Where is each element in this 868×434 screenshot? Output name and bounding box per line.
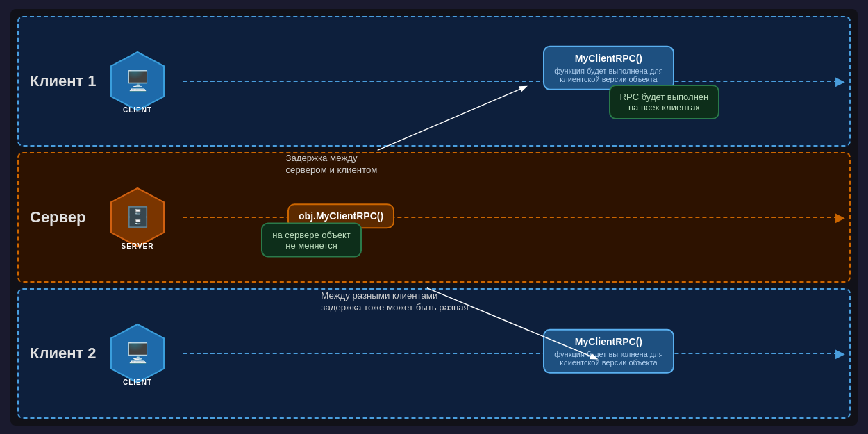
server-dashed-line bbox=[183, 217, 838, 218]
server-hex-label: SERVER bbox=[122, 242, 154, 250]
client2-dashed-line bbox=[183, 353, 838, 354]
server-hex-container: 🗄️ SERVER bbox=[106, 186, 169, 249]
client1-rpc-note: RPC будет выполненна всех клиентах bbox=[609, 85, 720, 119]
server-rpc-note: на сервере объектне меняется bbox=[261, 222, 361, 257]
client1-arrow-right: ▶ bbox=[835, 74, 845, 89]
client1-dashed-line bbox=[183, 81, 838, 82]
client1-rpc-box: MyClientRPC() функция будет выполнена дл… bbox=[543, 45, 674, 90]
client2-hex-icon: 🖥️ bbox=[126, 342, 150, 365]
client2-rpc-title: MyClientRPC() bbox=[554, 335, 662, 347]
client2-label: Клиент 2 bbox=[30, 344, 106, 362]
client1-hex: 🖥️ bbox=[110, 51, 165, 112]
server-timeline: ▶ obj.MyClientRPC() на сервере объектне … bbox=[183, 160, 838, 274]
client1-hex-icon: 🖥️ bbox=[126, 69, 150, 92]
diagram: Клиент 1 🖥️ CLIENT ▶ MyClientRPC() функц… bbox=[10, 9, 858, 426]
client1-rpc-note-text: RPC будет выполненна всех клиентах bbox=[620, 92, 709, 112]
server-rpc-title: obj.MyClientRPC() bbox=[299, 210, 383, 222]
server-hex: 🗄️ bbox=[110, 187, 165, 248]
client2-timeline: ▶ MyClientRPC() функция будет выполнена … bbox=[183, 297, 838, 410]
client1-hex-container: 🖥️ CLIENT bbox=[106, 50, 169, 112]
server-rpc-note-text: на сервере объектне меняется bbox=[272, 229, 350, 250]
server-arrow-right: ▶ bbox=[835, 210, 845, 225]
client1-rpc-desc: функция будет выполнена дляклиентской ве… bbox=[554, 66, 662, 83]
client2-arrow-right: ▶ bbox=[835, 346, 845, 361]
client2-rpc-desc: функция будет выполнена дляклиентской ве… bbox=[554, 349, 662, 366]
client2-rpc-box: MyClientRPC() функция будет выполнена дл… bbox=[543, 328, 674, 373]
client1-row: Клиент 1 🖥️ CLIENT ▶ MyClientRPC() функц… bbox=[17, 16, 851, 147]
client2-hex-label: CLIENT bbox=[123, 378, 152, 386]
client2-hex: 🖥️ bbox=[110, 323, 165, 384]
client1-timeline: ▶ MyClientRPC() функция будет выполнена … bbox=[183, 24, 838, 138]
client1-label: Клиент 1 bbox=[30, 72, 106, 90]
client2-hex-container: 🖥️ CLIENT bbox=[106, 322, 169, 385]
client1-hex-label: CLIENT bbox=[123, 106, 152, 114]
server-hex-icon: 🗄️ bbox=[126, 206, 150, 228]
client2-row: Клиент 2 🖥️ CLIENT ▶ MyClientRPC() функц… bbox=[17, 288, 851, 419]
server-row: Сервер 🗄️ SERVER ▶ obj.MyClientRPC() на … bbox=[17, 152, 851, 283]
client1-rpc-title: MyClientRPC() bbox=[554, 52, 662, 63]
server-label: Сервер bbox=[30, 208, 106, 226]
